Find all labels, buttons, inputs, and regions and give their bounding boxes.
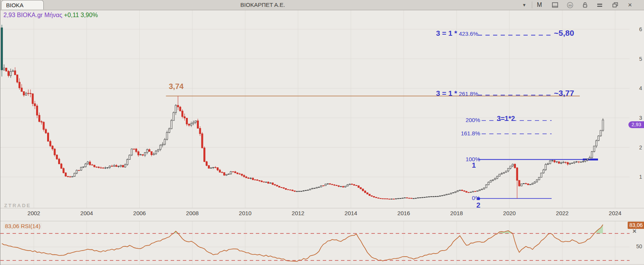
window-title: ΒΙΟΚΑΡΠΕΤ Α.Ε. — [0, 0, 525, 10]
fib-level-200[interactable]: 200% — [454, 117, 480, 123]
legend-change: +0,11 3,90% — [64, 12, 98, 18]
rsi-legend[interactable]: 83,06 RSI(14) — [3, 223, 42, 229]
rsi-line — [2, 225, 603, 262]
legend-main: 2,93 BIOKA.gr Μήνας — [3, 12, 62, 18]
fib-extension-261[interactable]: 3 = 1 * 261.8% — [436, 89, 478, 98]
unlock-icon[interactable] — [581, 0, 589, 10]
svg-text:99: 99 — [568, 3, 572, 7]
title-bar: BIOKA ΒΙΟΚΑΡΠΕΤ Α.Ε. ▼ M 99 × — [0, 0, 644, 10]
timeframe-monthly-button[interactable]: M — [536, 0, 543, 10]
fib-target-377[interactable]: ~3,77 — [554, 89, 574, 98]
candlesticks — [1, 25, 604, 199]
wave-marker-2[interactable]: 2 — [476, 201, 481, 209]
app-window: BIOKA ΒΙΟΚΑΡΠΕΤ Α.Ε. ▼ M 99 × 2,93 BIOKA… — [0, 0, 644, 265]
fib-target-580[interactable]: ~5,80 — [554, 29, 574, 38]
fib-note-3-1-2[interactable]: 3=1*2 — [497, 115, 515, 123]
rsi-close-icon[interactable]: ✕ — [632, 228, 637, 234]
high-price-label[interactable]: 3,74 — [169, 82, 184, 91]
restore-window-icon[interactable] — [611, 0, 619, 10]
fib-level-100[interactable]: 100% — [454, 156, 480, 162]
chevron-down-icon[interactable]: ▼ — [520, 0, 528, 10]
chart-legend: 2,93 BIOKA.gr Μήνας +0,11 3,90% — [3, 12, 98, 19]
ztrade-watermark: ZTRADE — [4, 203, 31, 208]
quote-icon[interactable]: 99 — [566, 0, 574, 10]
fib-level-161[interactable]: 161.8% — [454, 130, 480, 136]
layout-icon[interactable] — [551, 0, 559, 10]
last-price-badge: 2,93 — [628, 121, 644, 128]
rsi-mid-tick: 50 — [634, 243, 642, 249]
toolbar-separator — [532, 2, 532, 8]
lines-menu-icon[interactable] — [596, 0, 603, 10]
close-icon[interactable]: × — [626, 0, 634, 10]
fib-extension-423[interactable]: 3 = 1 * 423.6% — [436, 29, 478, 38]
fib-level-0[interactable]: 0% — [454, 195, 480, 201]
wave-marker-1[interactable]: 1 — [472, 161, 476, 170]
price-chart[interactable] — [0, 0, 644, 265]
